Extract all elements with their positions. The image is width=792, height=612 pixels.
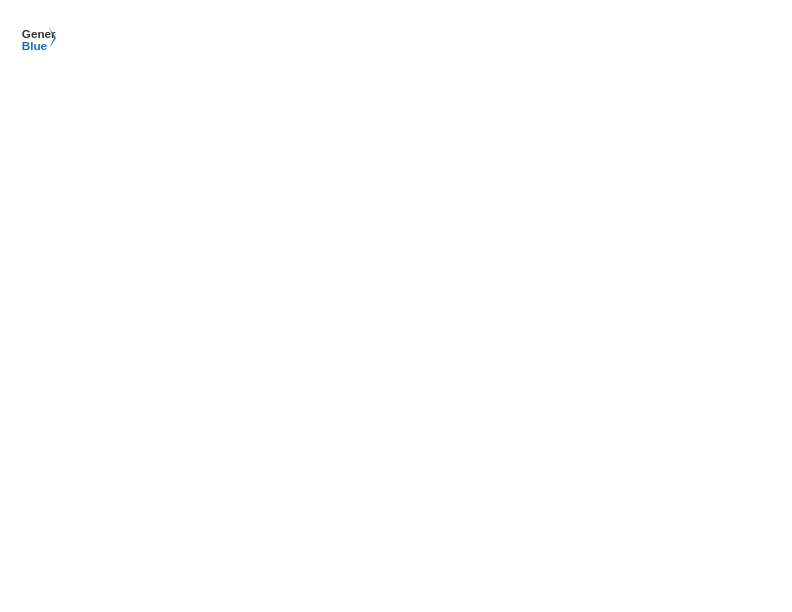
logo: General Blue xyxy=(20,20,60,56)
page-header: General Blue xyxy=(20,20,772,56)
logo-icon: General Blue xyxy=(20,20,56,56)
svg-text:Blue: Blue xyxy=(22,39,48,52)
